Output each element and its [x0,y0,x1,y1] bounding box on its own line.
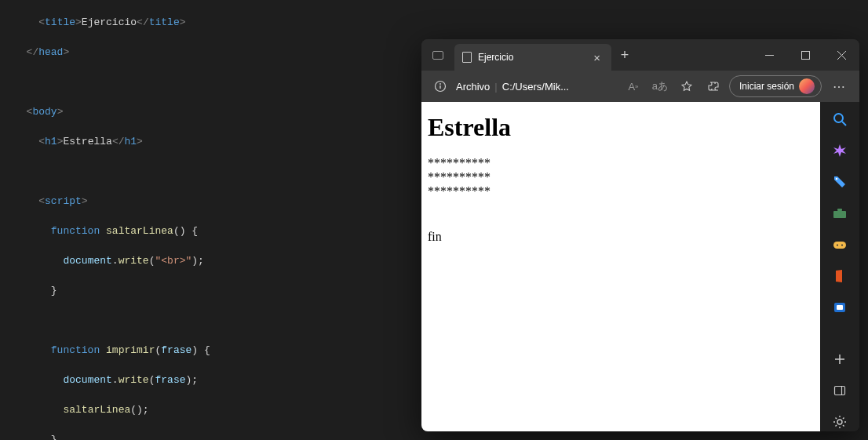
tag-body-open: body [32,106,57,118]
svg-line-27 [843,425,844,427]
sidebar-shopping-icon[interactable] [830,173,849,191]
svg-point-9 [836,178,837,180]
svg-rect-11 [837,209,842,211]
svg-point-5 [439,83,441,85]
arg-frase: frase [155,374,185,386]
svg-line-8 [842,122,846,125]
sidebar-outlook-icon[interactable] [830,298,849,317]
obj-document-1: document [63,255,111,267]
page-heading: Estrella [428,113,814,142]
read-aloud-icon[interactable]: A» [622,81,644,93]
avatar-icon [799,78,815,94]
svg-rect-12 [833,242,846,249]
more-menu-button[interactable]: ⋯ [826,79,852,94]
tag-h1-open: h1 [45,136,57,147]
signin-label: Iniciar sesión [739,81,794,92]
kw-function-2: function [51,344,100,356]
svg-point-21 [837,420,842,424]
fn-saltarlinea-def: saltarLinea [106,225,173,237]
svg-point-13 [837,244,838,245]
obj-document-2: document [63,374,111,386]
url-separator: | [494,81,497,93]
svg-line-26 [836,418,837,420]
sidebar-office-icon[interactable] [830,267,849,285]
title-text: Ejercicio [82,16,137,28]
tag-head-close: head [38,46,63,58]
tab-actions-button[interactable] [421,39,454,71]
tab-actions-icon [432,51,443,60]
new-tab-button[interactable]: + [611,47,638,64]
sidebar-collapse-icon[interactable] [830,381,849,400]
fn-write-1: write [119,255,149,267]
tag-script-open: script [45,195,82,207]
url-path[interactable]: C:/Users/Mik... [502,81,569,93]
svg-line-29 [843,418,844,420]
sidebar-games-icon[interactable] [830,235,849,254]
stars-row-2: ********** [428,170,814,184]
h1-text: Estrella [63,136,111,147]
call-saltarlinea-1: saltarLinea [63,404,130,416]
browser-window: Ejercicio × + Archivo | C:/Users/Mik... … [421,39,859,431]
browser-tab[interactable]: Ejercicio × [454,44,611,71]
site-info-icon[interactable] [429,75,451,97]
sidebar-add-icon[interactable] [830,350,849,369]
fn-imprimir-def: imprimir [106,344,155,356]
translate-icon[interactable]: aあ [649,79,671,93]
extensions-icon[interactable] [702,80,724,93]
param-frase: frase [161,344,191,356]
sidebar-settings-icon[interactable] [830,413,849,431]
svg-rect-16 [837,305,843,310]
favorites-icon[interactable] [676,80,698,93]
tag-title-open: title [45,16,75,28]
tab-close-button[interactable]: × [590,51,604,64]
page-viewport: Estrella ********** ********** *********… [421,102,820,431]
tag-title-close: title [149,16,180,28]
tag-h1-close: h1 [124,136,137,147]
svg-point-14 [841,244,843,245]
svg-rect-6 [439,85,440,89]
str-br: "<br>" [155,255,191,267]
maximize-button[interactable] [787,39,823,71]
file-icon [462,52,472,63]
minimize-button[interactable] [751,39,787,71]
svg-rect-10 [833,211,846,218]
kw-function-1: function [51,225,100,237]
browser-titlebar: Ejercicio × + [421,39,859,71]
tab-title: Ejercicio [478,52,584,63]
svg-rect-19 [835,387,845,395]
signin-button[interactable]: Iniciar sesión [729,75,822,97]
sidebar-discover-icon[interactable] [830,141,849,160]
edge-sidebar [820,102,859,431]
sidebar-tools-icon[interactable] [830,204,849,223]
svg-point-7 [834,114,843,122]
fn-write-2: write [119,374,149,386]
url-protocol-label: Archivo [456,81,490,93]
sidebar-search-icon[interactable] [830,110,849,129]
page-fin-text: fin [428,230,814,244]
stars-row-1: ********** [428,156,814,170]
svg-line-28 [836,425,837,427]
browser-toolbar: Archivo | C:/Users/Mik... A» aあ Iniciar … [421,71,859,102]
close-window-button[interactable] [823,39,859,71]
stars-row-3: ********** [428,184,814,198]
svg-rect-1 [801,51,809,59]
